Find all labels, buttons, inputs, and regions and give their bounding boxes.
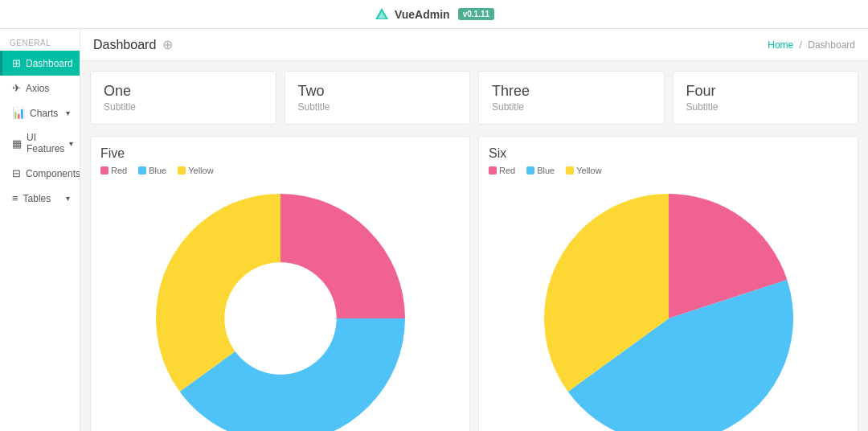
dashboard-body: One SubtitleTwo SubtitleThree SubtitleFo… [80, 61, 868, 431]
github-icon[interactable]: ⊕ [162, 37, 173, 52]
page-title-area: Dashboard ⊕ [93, 37, 173, 52]
legend-label-yellow: Yellow [188, 166, 213, 175]
breadcrumb-home[interactable]: Home [768, 39, 793, 51]
charts-icon: 📊 [12, 107, 25, 119]
sidebar-label-dashboard: Dashboard [26, 58, 73, 69]
sidebar-item-components[interactable]: ⊟ Components ▾ [0, 161, 80, 186]
chevron-icon-charts: ▾ [66, 109, 70, 117]
stat-card-0: One Subtitle [90, 71, 276, 125]
breadcrumb-separator: / [800, 39, 802, 51]
legend-item-red: Red [100, 166, 127, 175]
stat-subtitle-1: Subtitle [298, 101, 457, 113]
chart-six-container [489, 182, 848, 431]
legend-item-blue: Blue [526, 166, 555, 175]
components-icon: ⊟ [12, 167, 21, 179]
chart-five-container [100, 182, 460, 431]
chart-five: Five Red Blue Yellow [90, 136, 470, 431]
breadcrumb: Home / Dashboard [768, 39, 855, 51]
legend-label-blue: Blue [149, 166, 166, 175]
page-title: Dashboard [93, 38, 156, 52]
stat-title-3: Four [686, 83, 845, 100]
legend-label-yellow: Yellow [576, 166, 601, 175]
legend-dot-red [489, 166, 497, 174]
stat-title-2: Three [492, 83, 651, 100]
legend-label-red: Red [499, 166, 515, 175]
logo-icon [374, 6, 390, 23]
sidebar-label-axios: Axios [26, 83, 49, 94]
chart-five-legend: Red Blue Yellow [100, 166, 460, 175]
version-badge: v0.1.11 [458, 8, 494, 20]
legend-item-yellow: Yellow [178, 166, 213, 175]
breadcrumb-current: Dashboard [808, 39, 855, 51]
sidebar-label-tables: Tables [23, 193, 51, 204]
dashboard-icon: ⊞ [12, 57, 21, 69]
sidebar-item-dashboard[interactable]: ⊞ Dashboard [0, 51, 80, 76]
legend-dot-yellow [178, 166, 186, 174]
legend-item-yellow: Yellow [566, 166, 601, 175]
legend-dot-red [100, 166, 108, 174]
legend-label-red: Red [111, 166, 127, 175]
ui-features-icon: ▦ [12, 138, 22, 150]
chevron-icon-ui-features: ▾ [69, 139, 73, 148]
page-header: Dashboard ⊕ Home / Dashboard [80, 29, 868, 61]
chart-five-title: Five [100, 146, 460, 161]
tables-icon: ≡ [12, 192, 18, 204]
stat-card-2: Three Subtitle [478, 71, 665, 125]
chart-six-canvas [508, 186, 829, 431]
app-layout: GENERAL ⊞ Dashboard ✈ Axios 📊 Charts ▾▦ … [0, 29, 868, 431]
sidebar-item-charts[interactable]: 📊 Charts ▾ [0, 101, 80, 125]
sidebar-item-axios[interactable]: ✈ Axios [0, 76, 80, 101]
stat-subtitle-3: Subtitle [686, 101, 845, 113]
charts-row: Five Red Blue Yellow Six Red Blue Yellow [90, 136, 858, 431]
legend-dot-yellow [566, 166, 574, 174]
legend-label-blue: Blue [537, 166, 555, 175]
sidebar: GENERAL ⊞ Dashboard ✈ Axios 📊 Charts ▾▦ … [0, 29, 80, 431]
navbar: VueAdmin v0.1.11 [0, 0, 868, 29]
sidebar-label-charts: Charts [30, 108, 58, 119]
legend-dot-blue [526, 166, 534, 174]
chevron-icon-tables: ▾ [66, 194, 70, 203]
chart-six: Six Red Blue Yellow [478, 136, 858, 431]
sidebar-label-components: Components [26, 168, 80, 179]
stat-title-1: Two [298, 83, 457, 100]
chart-five-canvas [120, 186, 441, 431]
stat-card-3: Four Subtitle [673, 71, 859, 125]
legend-item-red: Red [489, 166, 515, 175]
axios-icon: ✈ [12, 82, 21, 94]
chart-six-title: Six [489, 146, 848, 161]
brand: VueAdmin v0.1.11 [374, 6, 494, 23]
stat-card-1: Two Subtitle [285, 71, 471, 125]
legend-dot-blue [138, 166, 146, 174]
sidebar-label-ui-features: UI Features [27, 132, 64, 154]
stat-subtitle-0: Subtitle [104, 101, 263, 113]
stat-title-0: One [104, 83, 263, 100]
brand-name: VueAdmin [395, 8, 450, 21]
sidebar-item-ui-features[interactable]: ▦ UI Features ▾ [0, 125, 80, 161]
sidebar-section-label: GENERAL [0, 29, 80, 51]
main-content: Dashboard ⊕ Home / Dashboard One Subtitl… [80, 29, 868, 431]
sidebar-item-tables[interactable]: ≡ Tables ▾ [0, 186, 80, 211]
stats-row: One SubtitleTwo SubtitleThree SubtitleFo… [90, 71, 858, 125]
stat-subtitle-2: Subtitle [492, 101, 651, 113]
legend-item-blue: Blue [138, 166, 166, 175]
chart-six-legend: Red Blue Yellow [489, 166, 848, 175]
